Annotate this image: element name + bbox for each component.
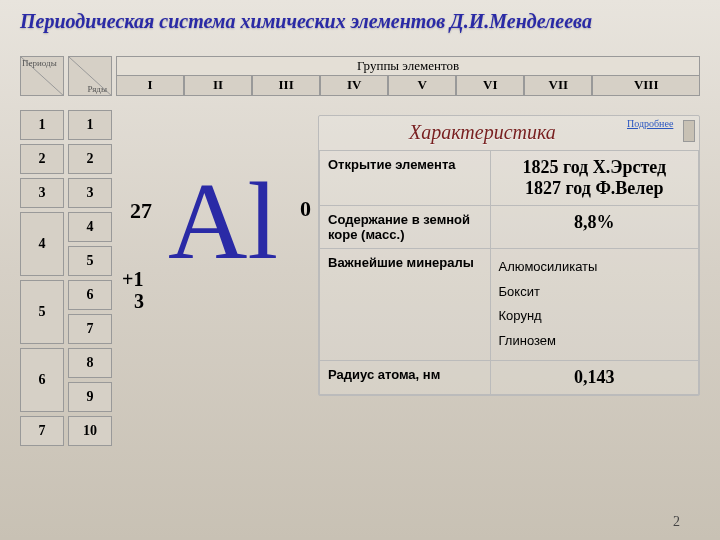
group-col[interactable]: V (388, 76, 456, 96)
char-label: Радиус атома, нм (320, 360, 491, 394)
list-item: Алюмосиликаты (499, 255, 690, 280)
rows-column: 1 2 3 4 5 6 7 8 9 10 (68, 110, 112, 450)
characteristic-panel: Характеристика Подробнее Открытие элемен… (318, 115, 700, 396)
row-cell[interactable]: 10 (68, 416, 112, 446)
characteristic-table: Открытие элемента 1825 год Х.Эрстед 1827… (319, 150, 699, 395)
group-col[interactable]: III (252, 76, 320, 96)
table-row: Содержание в земной коре (масс.) 8,8% (320, 206, 699, 249)
list-item: Глинозем (499, 329, 690, 354)
page-title: Периодическая система химических элемент… (20, 10, 700, 33)
list-item: Корунд (499, 304, 690, 329)
group-col[interactable]: VII (524, 76, 592, 96)
periods-column: 1 2 3 4 5 6 7 (20, 110, 64, 450)
element-superscript: 0 (300, 196, 311, 222)
table-row: Радиус атома, нм 0,143 (320, 360, 699, 394)
row-cell[interactable]: 3 (68, 178, 112, 208)
char-value: 8,8% (490, 206, 698, 249)
table-row: Важнейшие минералы Алюмосиликаты Боксит … (320, 249, 699, 361)
period-cell[interactable]: 7 (20, 416, 64, 446)
characteristic-header: Характеристика Подробнее (319, 116, 699, 150)
period-cell[interactable]: 6 (20, 348, 64, 412)
row-cell[interactable]: 4 (68, 212, 112, 242)
row-cell[interactable]: 1 (68, 110, 112, 140)
group-col[interactable]: IV (320, 76, 388, 96)
groups-row: I II III IV V VI VII VIII (116, 76, 700, 96)
char-value-line: 1827 год Ф.Велер (499, 178, 690, 199)
scroll-handle[interactable] (683, 120, 695, 142)
period-cell[interactable]: 3 (20, 178, 64, 208)
characteristic-title: Характеристика (409, 121, 556, 144)
period-cell[interactable]: 2 (20, 144, 64, 174)
row-cell[interactable]: 7 (68, 314, 112, 344)
char-label: Важнейшие минералы (320, 249, 491, 361)
list-item: Боксит (499, 280, 690, 305)
char-value-line: 1825 год Х.Эрстед (499, 157, 690, 178)
char-value: 0,143 (490, 360, 698, 394)
row-cell[interactable]: 2 (68, 144, 112, 174)
group-col[interactable]: VIII (592, 76, 700, 96)
period-cell[interactable]: 1 (20, 110, 64, 140)
element-mass: 27 (130, 198, 152, 224)
char-label: Открытие элемента (320, 151, 491, 206)
row-cell[interactable]: 5 (68, 246, 112, 276)
table-header-band: Периоды Ряды Группы элементов I II III I… (20, 56, 700, 96)
period-cell[interactable]: 4 (20, 212, 64, 276)
char-value-list: Алюмосиликаты Боксит Корунд Глинозем (490, 249, 698, 361)
periods-label: Периоды (22, 58, 57, 68)
table-row: Открытие элемента 1825 год Х.Эрстед 1827… (320, 151, 699, 206)
element-symbol: Al (168, 158, 278, 285)
groups-header: Группы элементов (116, 56, 700, 76)
element-charge-2: 3 (134, 290, 144, 313)
groups-wrap: Группы элементов I II III IV V VI VII VI… (116, 56, 700, 96)
rows-header-cell: Ряды (68, 56, 112, 96)
left-columns: 1 2 3 4 5 6 7 1 2 3 4 5 6 7 8 9 10 (20, 110, 112, 450)
details-link[interactable]: Подробнее (627, 118, 675, 129)
page-number: 2 (673, 514, 680, 530)
row-cell[interactable]: 8 (68, 348, 112, 378)
group-col[interactable]: VI (456, 76, 524, 96)
row-cell[interactable]: 9 (68, 382, 112, 412)
group-col[interactable]: I (116, 76, 184, 96)
element-block: 27 Al 0 +1 3 (120, 168, 315, 328)
row-cell[interactable]: 6 (68, 280, 112, 310)
char-label: Содержание в земной коре (масс.) (320, 206, 491, 249)
periods-header-cell: Периоды (20, 56, 64, 96)
rows-label: Ряды (88, 84, 107, 94)
char-value: 1825 год Х.Эрстед 1827 год Ф.Велер (490, 151, 698, 206)
element-charge-1: +1 (122, 268, 143, 291)
group-col[interactable]: II (184, 76, 252, 96)
period-cell[interactable]: 5 (20, 280, 64, 344)
